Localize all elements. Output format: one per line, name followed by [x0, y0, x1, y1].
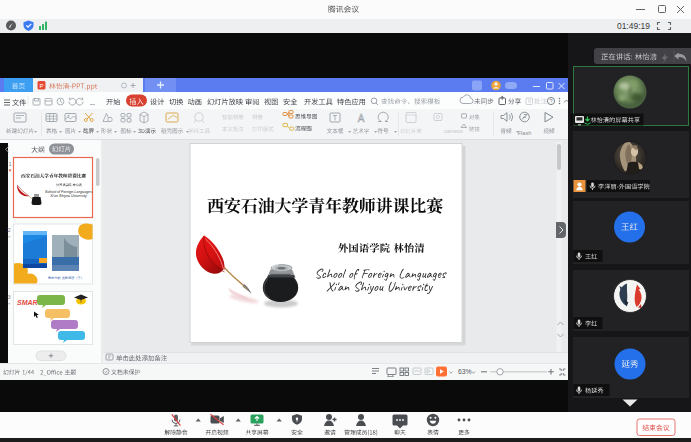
- svg-text:63%: 63%: [458, 368, 472, 375]
- svg-text:教材分析 文献选读（下）: 教材分析 文献选读（下）: [48, 276, 84, 280]
- svg-text:?: ?: [549, 98, 552, 104]
- svg-text:1: 1: [8, 161, 11, 167]
- svg-text:cameos: cameos: [444, 128, 463, 134]
- svg-text:01:49:19: 01:49:19: [617, 21, 650, 31]
- svg-text:P: P: [39, 83, 43, 89]
- svg-text:A: A: [358, 113, 365, 124]
- svg-text:Xi'an Shiyou University: Xi'an Shiyou University: [49, 194, 87, 198]
- svg-text:3: 3: [7, 294, 10, 300]
- svg-text:Flash: Flash: [518, 130, 532, 136]
- svg-text:2: 2: [7, 227, 10, 233]
